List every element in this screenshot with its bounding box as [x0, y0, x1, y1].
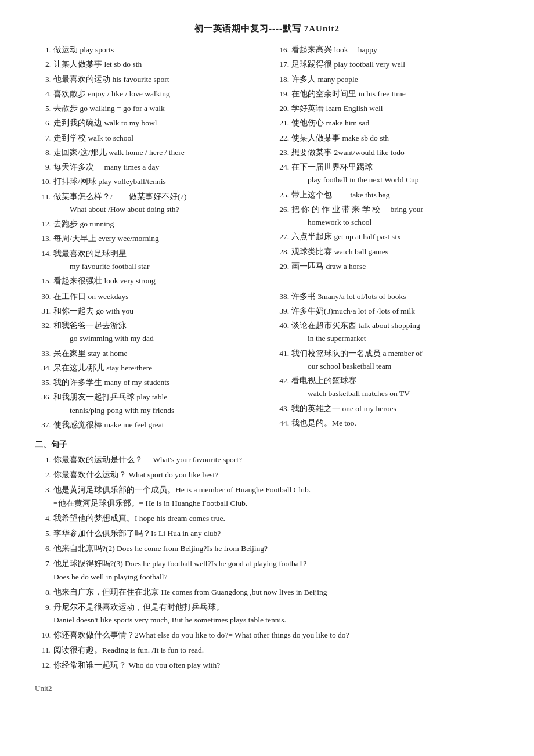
- sentence-number: 5.: [35, 527, 51, 541]
- sentence-content: 他足球踢得好吗?(3) Does he play football well?I…: [53, 557, 499, 584]
- item-number: 22.: [273, 132, 289, 145]
- list-item: 33.呆在家里 stay at home: [35, 347, 261, 360]
- list-item: 12.去跑步 go running: [35, 218, 261, 231]
- item-content: 喜欢散步 enjoy / like / love walking: [53, 88, 261, 100]
- item-extra: tennis/ping-pong with my friends: [53, 404, 261, 417]
- item-number: 18.: [273, 73, 289, 86]
- list-item: 3.他最喜欢的运动 his favourite sport: [35, 73, 261, 86]
- list-item: 1.做运动 play sports: [35, 44, 261, 56]
- item-number: 5.: [35, 102, 51, 115]
- list-item: 43.我的英雄之一 one of my heroes: [273, 402, 499, 415]
- item-content: 每周/天早上 every wee/morning: [53, 232, 261, 245]
- item-content: 在下一届世界杯里踢球play football in the next Worl…: [291, 161, 499, 187]
- section-title: 二、句子: [35, 440, 499, 450]
- item-extra: my favourite football star: [53, 260, 261, 273]
- item-content: 在工作日 on weekdays: [53, 290, 261, 303]
- item-content: 看起来很强壮 look very strong: [53, 275, 261, 287]
- sentence-number: 10.: [35, 629, 51, 642]
- item-number: 10.: [35, 175, 51, 188]
- list-item: 35.我的许多学生 many of my students: [35, 376, 261, 389]
- list-item: 19.在他的空余时间里 in his free time: [273, 88, 499, 100]
- list-item: 36.和我朋友一起打乒乓球 play tabletennis/ping-pong…: [35, 391, 261, 417]
- sentence-item: 3.他是黄河足球俱乐部的一个成员。He is a member of Huang…: [35, 484, 499, 510]
- item-content: 做某事怎么样？/ 做某事好不好(2)What about /How about …: [53, 190, 261, 217]
- list-item: 4.喜欢散步 enjoy / like / love walking: [35, 88, 261, 100]
- item-extra: What about /How about doing sth?: [53, 203, 261, 216]
- item-number: 20.: [273, 102, 289, 115]
- item-number: 31.: [35, 305, 51, 318]
- item-number: 42.: [273, 375, 289, 387]
- list-item: 37.使我感觉很棒 make me feel great: [35, 419, 261, 431]
- item-content: 看电视上的篮球赛watch basketball matches on TV: [291, 375, 499, 401]
- item-content: 观球类比赛 watch ball games: [291, 246, 499, 258]
- list-item: 2.让某人做某事 let sb do sth: [35, 58, 261, 71]
- sentence-item: 4.我希望他的梦想成真。I hope his dream comes true.: [35, 512, 499, 525]
- sentence-item: 12.你经常和谁一起玩？ Who do you often play with?: [35, 659, 499, 672]
- item-content: 我的许多学生 many of my students: [53, 376, 261, 389]
- item-content: 看起来高兴 look happy: [291, 44, 499, 56]
- item-content: 做运动 play sports: [53, 44, 261, 56]
- sentence-content: 你还喜欢做什么事情？2What else do you like to do?=…: [53, 629, 499, 642]
- item-content: 想要做某事 2want/would like todo: [291, 146, 499, 159]
- item-extra: our school basketball team: [291, 360, 499, 373]
- item-number: 15.: [35, 275, 51, 287]
- sentence-item: 8.他来自广东，但现在住在北京 He comes from Guangdong …: [35, 586, 499, 599]
- item-number: 8.: [35, 146, 51, 159]
- item-content: 学好英语 learn English well: [291, 102, 499, 115]
- list-item: 5.去散步 go walking = go for a walk: [35, 102, 261, 115]
- item-number: 34.: [35, 362, 51, 375]
- item-content: 把 你 的 作 业 带 来 学 校 bring yourhomework to …: [291, 203, 499, 229]
- item-content: 去散步 go walking = go for a walk: [53, 102, 261, 115]
- item-number: 27.: [273, 231, 289, 243]
- item-number: 41.: [273, 347, 289, 360]
- list-item: 14.我最喜欢的足球明星my favourite football star: [35, 247, 261, 273]
- sentence-number: 6.: [35, 542, 51, 556]
- item-content: 和你一起去 go with you: [53, 305, 261, 318]
- item-content: 我也是的。Me too.: [291, 417, 499, 430]
- sentence-item: 1.你最喜欢的运动是什么？ What's your favourite spor…: [35, 453, 499, 467]
- sentence-content: 阅读很有趣。Reading is fun. /It is fun to read…: [53, 644, 499, 657]
- item-extra: homework to school: [291, 216, 499, 229]
- item-number: 37.: [35, 419, 51, 431]
- sentence-subline: =他在黄河足球俱乐部。= He is in Huanghe Football C…: [53, 497, 499, 510]
- item-content: 呆在这儿/那儿 stay here/there: [53, 362, 261, 375]
- item-number: 17.: [273, 58, 289, 71]
- sentence-content: 他来自广东，但现在住在北京 He comes from Guangdong ,b…: [53, 586, 499, 599]
- item-content: 和我朋友一起打乒乓球 play tabletennis/ping-pong wi…: [53, 391, 261, 417]
- sentence-subline: Does he do well in playing football?: [53, 571, 499, 584]
- list-item: 31.和你一起去 go with you: [35, 305, 261, 318]
- sentence-number: 11.: [35, 644, 51, 657]
- item-content: 使他伤心 make him sad: [291, 117, 499, 129]
- list-item: 15.看起来很强壮 look very strong: [35, 275, 261, 287]
- list-item: 22.使某人做某事 make sb do sth: [273, 132, 499, 145]
- list-item: 26.把 你 的 作 业 带 来 学 校 bring yourhomework …: [273, 203, 499, 229]
- item-content: 呆在家里 stay at home: [53, 347, 261, 360]
- page-title: 初一英语期中复习----默写 7AUnit2: [35, 23, 499, 34]
- sentence-item: 2.你最喜欢什么运动？ What sport do you like best?: [35, 469, 499, 482]
- sentence-number: 9.: [35, 601, 51, 614]
- list-item: 13.每周/天早上 every wee/morning: [35, 232, 261, 245]
- item-content: 我的英雄之一 one of my heroes: [291, 402, 499, 415]
- item-number: 28.: [273, 246, 289, 258]
- list-item: 39.许多牛奶(3)much/a lot of /lots of milk: [273, 305, 499, 318]
- list-item: 18.许多人 many people: [273, 73, 499, 86]
- item-number: 13.: [35, 232, 51, 245]
- item-number: 39.: [273, 305, 289, 318]
- sentence-item: 7.他足球踢得好吗?(3) Does he play football well…: [35, 557, 499, 584]
- item-number: 6.: [35, 117, 51, 129]
- item-content: 使我感觉很棒 make me feel great: [53, 419, 261, 431]
- item-number: 16.: [273, 44, 289, 56]
- item-number: 33.: [35, 347, 51, 360]
- list-item: 30.在工作日 on weekdays: [35, 290, 261, 303]
- item-content: 许多人 many people: [291, 73, 499, 86]
- item-number: 2.: [35, 58, 51, 71]
- list-item: 9.每天许多次 many times a day: [35, 161, 261, 174]
- list-item: 44.我也是的。Me too.: [273, 417, 499, 430]
- list-item: 25.带上这个包 take this bag: [273, 189, 499, 201]
- item-number: 7.: [35, 132, 51, 145]
- list-item: 23.想要做某事 2want/would like todo: [273, 146, 499, 159]
- item-number: 40.: [273, 319, 289, 332]
- list-item: 40.谈论在超市买东西 talk about shoppingin the su…: [273, 319, 499, 345]
- item-content: 我最喜欢的足球明星my favourite football star: [53, 247, 261, 273]
- item-number: 26.: [273, 203, 289, 216]
